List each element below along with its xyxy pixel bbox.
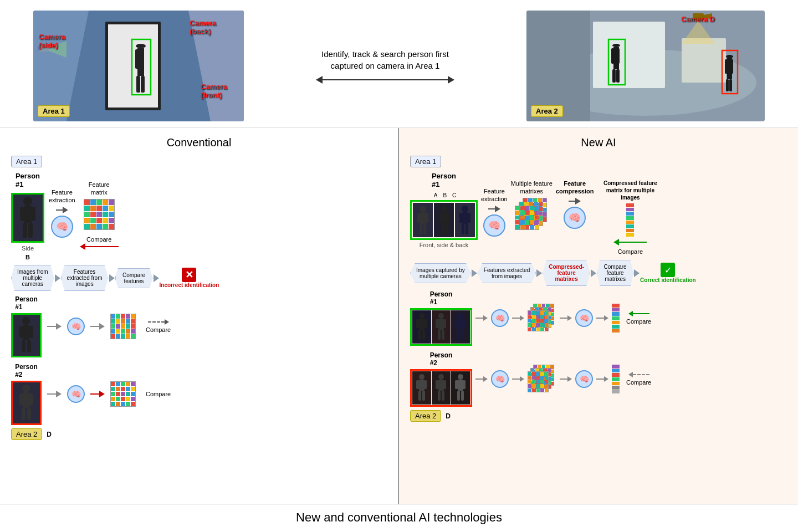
svg-rect-94 xyxy=(416,380,420,389)
new-ai-a2-p2-compare-label: Compare xyxy=(626,378,651,386)
svg-rect-106 xyxy=(455,380,458,389)
new-ai-area2-section: Person#1 xyxy=(410,290,787,422)
camera-front-label: Camera(front) xyxy=(201,83,227,99)
x-icon: ✕ xyxy=(182,268,196,282)
new-ai-p1-label: Person#1 xyxy=(432,172,456,188)
svg-rect-32 xyxy=(726,79,729,91)
new-ai-a2-p1-img1 xyxy=(412,310,431,344)
new-ai-area2-person2-row: Person#2 xyxy=(410,351,787,407)
label-a: A xyxy=(434,192,438,198)
svg-point-68 xyxy=(462,206,468,212)
new-ai-correct-badge: ✓ Correct identification xyxy=(640,263,696,283)
conv-feat-matrix-label: Featurematrix xyxy=(89,181,110,197)
conv-dashed-arrow xyxy=(148,319,169,325)
conv-red-arrow xyxy=(80,243,119,250)
new-ai-feat-comp-arrow xyxy=(569,198,581,204)
new-ai-a2-p1-arrow2 xyxy=(512,315,524,321)
svg-rect-40 xyxy=(20,207,24,221)
conv-area2-p2-compare: Compare xyxy=(146,390,171,398)
new-ai-area1-badge: Area 1 xyxy=(410,156,441,167)
conv-person1-image xyxy=(11,193,44,243)
new-ai-a2-p1-ai: 🧠 xyxy=(491,309,509,327)
svg-rect-51 xyxy=(23,392,29,408)
new-ai-area2-person1-row: Person#1 xyxy=(410,290,787,346)
new-ai-a2-p2-img2 xyxy=(432,371,451,405)
svg-rect-93 xyxy=(419,380,424,391)
bottom-caption: New and conventional AI technologies xyxy=(0,504,798,528)
svg-rect-11 xyxy=(141,76,145,93)
svg-rect-6 xyxy=(136,44,146,48)
new-ai-a2-p2-arrow1 xyxy=(475,376,488,382)
svg-rect-105 xyxy=(458,380,463,391)
conv-camera-b-label: B xyxy=(25,254,30,260)
svg-point-80 xyxy=(438,313,444,319)
label-b: B xyxy=(443,192,447,198)
svg-point-74 xyxy=(419,313,424,319)
new-ai-feat-ext-label: Featureextraction xyxy=(481,187,508,203)
new-ai-feat-ext-col: Featureextraction 🧠 xyxy=(481,187,508,237)
svg-rect-64 xyxy=(439,213,443,223)
new-ai-abc-labels: A B C xyxy=(434,192,457,198)
new-ai-compressed-col: Compressed feature matrix for multiple i… xyxy=(597,180,663,255)
arrow-description: Identify, track & search person first ca… xyxy=(321,48,449,71)
new-ai-3d-matrix xyxy=(515,198,548,231)
svg-rect-41 xyxy=(31,207,35,221)
new-ai-p1-img-b xyxy=(434,203,454,237)
svg-rect-100 xyxy=(436,380,439,389)
bottom-section: Conventional Area 1 Person#1 Si xyxy=(0,127,798,504)
arrow-line xyxy=(323,79,448,80)
svg-rect-102 xyxy=(438,391,441,401)
new-ai-compare-arrow xyxy=(613,239,647,245)
new-ai-area2-badge-row: Area 2 D xyxy=(410,410,787,422)
bidirectional-arrow xyxy=(316,76,454,84)
conv-flow-3: Comparefeatures xyxy=(115,268,153,288)
conv-area2-p2-image xyxy=(11,381,42,425)
new-ai-a2-p1-ai2: 🧠 xyxy=(575,309,593,327)
conv-red-arrow-row xyxy=(80,243,119,250)
svg-rect-88 xyxy=(455,319,458,328)
new-ai-area2-badge: Area 2 xyxy=(410,410,441,422)
camera-side-label: Camera(side) xyxy=(39,33,65,49)
svg-rect-101 xyxy=(443,380,446,389)
new-ai-a2-p1-arrow4 xyxy=(596,315,608,321)
svg-point-62 xyxy=(441,206,447,212)
conv-area2-p2-arrow2 xyxy=(90,391,105,397)
svg-rect-8 xyxy=(135,49,139,69)
conventional-area1-badge: Area 1 xyxy=(11,156,42,167)
camera-back-label: Camera(back) xyxy=(190,19,216,35)
area1-scene: Camera(side) Camera(back) Camera(front) … xyxy=(33,11,244,121)
new-ai-flow-4: Comparefeaturematrixes xyxy=(597,260,633,286)
svg-point-104 xyxy=(458,374,463,380)
conv-compare-label: Compare xyxy=(80,236,119,243)
conv-area2-badge-row: Area 2 D xyxy=(11,428,387,440)
svg-rect-21 xyxy=(612,44,620,47)
new-ai-a2-p1-compare-label: Compare xyxy=(626,318,651,325)
svg-point-44 xyxy=(22,317,30,325)
conv-side-label: Side xyxy=(22,245,34,252)
new-ai-a2-p2-ai2: 🧠 xyxy=(575,370,593,388)
svg-rect-103 xyxy=(442,391,444,401)
svg-rect-48 xyxy=(22,340,25,352)
svg-rect-89 xyxy=(463,319,466,328)
svg-rect-97 xyxy=(422,391,425,401)
new-ai-a2-p2-ai: 🧠 xyxy=(491,370,509,388)
check-icon: ✓ xyxy=(661,263,675,277)
svg-rect-70 xyxy=(459,213,463,223)
arrow-left-head xyxy=(316,76,323,84)
bottom-caption-text: New and conventional AI technologies xyxy=(296,510,502,524)
middle-arrow: Identify, track & search person first ca… xyxy=(296,48,474,84)
svg-point-92 xyxy=(419,374,424,380)
conv-area2-p2-label: Person#2 xyxy=(15,363,38,378)
new-ai-a2-p2-img1 xyxy=(412,371,431,405)
svg-rect-43 xyxy=(28,223,33,238)
conv-area2-section: Person#1 xyxy=(11,295,387,440)
new-ai-person1-row: Person#1 A B C xyxy=(410,172,787,255)
svg-rect-99 xyxy=(438,380,444,391)
svg-rect-28 xyxy=(726,55,733,58)
new-ai-flow-strip: Images captured bymultiple cameras Featu… xyxy=(410,260,787,286)
new-ai-p1-img-a xyxy=(413,203,433,237)
svg-rect-33 xyxy=(729,79,732,91)
svg-rect-31 xyxy=(730,59,733,74)
new-ai-compressed-feature-1 xyxy=(626,203,634,237)
svg-rect-83 xyxy=(443,319,446,328)
